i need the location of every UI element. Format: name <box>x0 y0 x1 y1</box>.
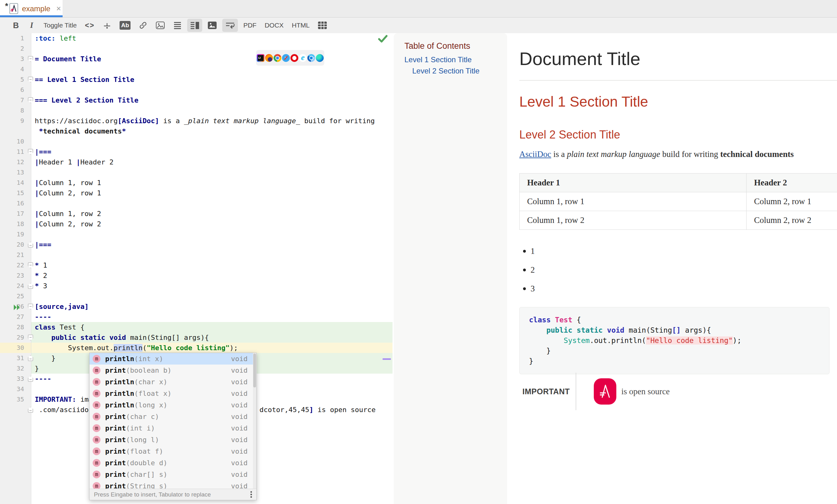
toc-link-level1[interactable]: Level 1 Section Title <box>405 55 507 64</box>
completion-return-type: void <box>231 424 248 432</box>
modified-indicator: * <box>5 1 8 11</box>
popup-scrollbar[interactable] <box>253 353 256 489</box>
editor-line[interactable]: 10 <box>0 136 393 147</box>
method-icon: m <box>93 367 101 374</box>
completion-return-type: void <box>231 378 248 386</box>
inspections-ok-icon[interactable] <box>377 34 388 44</box>
completion-item[interactable]: mprint(char c)void <box>90 411 256 423</box>
editor-line[interactable]: 28class Test { <box>0 322 393 332</box>
line-number: 4 <box>0 64 31 74</box>
editor-line[interactable]: 17|Column 1, row 2 <box>0 208 393 219</box>
completion-item[interactable]: mprintln(long x)void <box>90 399 256 411</box>
more-options-icon[interactable] <box>250 494 252 495</box>
method-icon: m <box>93 470 101 478</box>
completion-params: (long x) <box>134 401 167 409</box>
ide-window: * example × BIToggle Title<>AbPDFDOCXHTM… <box>0 0 837 504</box>
code-segment: dcotor,45,45 <box>260 406 309 414</box>
editor-line[interactable]: 4 <box>0 64 393 74</box>
toolbar-bold-button[interactable]: B <box>10 19 22 32</box>
line-number: 1 <box>0 33 31 43</box>
chrome-icon[interactable] <box>273 54 281 62</box>
opera-icon[interactable] <box>290 54 298 62</box>
editor-line[interactable]: 1:toc: left <box>0 33 393 43</box>
toolbar-italic-button[interactable]: I <box>25 19 38 32</box>
tab-example[interactable]: * example × <box>0 0 63 17</box>
editor-line[interactable]: *technical documents* <box>0 126 393 136</box>
firefox-icon[interactable] <box>265 54 273 62</box>
paragraph-text: is a <box>551 149 567 159</box>
code-segment: | <box>35 158 39 166</box>
toolbar-docx-button[interactable]: DOCX <box>262 19 286 32</box>
editor-line[interactable]: 29 public static void main(Sting[] args)… <box>0 332 393 343</box>
autocomplete-list: mprintln(int x)voidmprint(boolean b)void… <box>90 353 256 489</box>
editor-line[interactable]: 2 <box>0 43 393 54</box>
completion-item[interactable]: mprint(long l)void <box>90 434 256 446</box>
editor-line[interactable]: 11|=== <box>0 147 393 157</box>
toolbar-pdf-button[interactable]: PDF <box>241 19 259 32</box>
editor-line[interactable]: 20|=== <box>0 240 393 250</box>
completion-item[interactable]: mprintln(float x)void <box>90 388 256 399</box>
chromium-icon[interactable] <box>307 54 315 62</box>
asciidoc-link[interactable]: AsciiDoc <box>519 149 551 159</box>
toolbar-toggle-title-button[interactable]: Toggle Title <box>41 19 79 32</box>
toolbar-image-outline-button[interactable] <box>153 19 168 32</box>
editor-line[interactable]: 7=== Level 2 Section Title <box>0 95 393 105</box>
toolbar-table-grid-button[interactable] <box>315 19 330 32</box>
line-number: 31 <box>0 353 31 363</box>
toc-links: Level 1 Section TitleLevel 2 Section Tit… <box>405 55 507 75</box>
editor-line[interactable]: 9https://asciidoc.org[AsciiDoc] is a _pl… <box>0 116 393 126</box>
completion-item[interactable]: mprint(double d)void <box>90 457 256 469</box>
editor-line[interactable]: 6 <box>0 85 393 95</box>
completion-name: print <box>105 367 126 374</box>
editor-line[interactable]: 8 <box>0 105 393 116</box>
editor-line[interactable]: 14|Column 1, row 1 <box>0 178 393 188</box>
completion-item[interactable]: mprint(float f)void <box>90 446 256 457</box>
editor-line[interactable]: 27---- <box>0 312 393 322</box>
editor-line[interactable]: 23* 2 <box>0 270 393 281</box>
completion-item[interactable]: mprint(char[] s)void <box>90 469 256 480</box>
editor-line[interactable]: 5== Level 1 Section Title <box>0 74 393 85</box>
editor-line[interactable]: 18|Column 2, row 2 <box>0 219 393 229</box>
toolbar-image-filled-button[interactable] <box>205 19 220 32</box>
line-text <box>31 229 393 240</box>
internet-explorer-icon[interactable] <box>299 54 307 62</box>
editor-line[interactable]: 15|Column 2, row 1 <box>0 188 393 198</box>
line-text: [source,java] <box>31 301 393 312</box>
editor-line[interactable]: 19 <box>0 229 393 240</box>
safari-icon[interactable] <box>282 54 290 62</box>
line-text <box>31 64 393 74</box>
editor-line[interactable]: 24* 3 <box>0 281 393 291</box>
editor-line[interactable]: 13 <box>0 167 393 178</box>
completion-item[interactable]: mprint(String s)void <box>90 480 256 489</box>
editor-line[interactable]: 25 <box>0 291 393 301</box>
editor-line[interactable]: 12|Header 1 |Header 2 <box>0 157 393 167</box>
editor-line[interactable]: 26[source,java] <box>0 301 393 312</box>
toolbar-link-button[interactable] <box>136 19 150 32</box>
close-icon[interactable]: × <box>56 4 61 14</box>
popup-scrollbar-thumb[interactable] <box>253 354 256 387</box>
intellij-idea-icon[interactable] <box>257 54 265 62</box>
editor-line[interactable]: 21 <box>0 250 393 260</box>
edge-icon[interactable] <box>316 54 324 62</box>
toolbar-list-button[interactable] <box>170 19 185 32</box>
completion-params: (float x) <box>134 390 172 397</box>
toolbar-html-button[interactable]: HTML <box>289 19 313 32</box>
toc-link-level2[interactable]: Level 2 Section Title <box>412 67 507 75</box>
toolbar-two-column-view-button[interactable] <box>187 19 202 32</box>
editor-line[interactable]: 16 <box>0 198 393 208</box>
editor-line[interactable]: 22* 1 <box>0 260 393 270</box>
editor-line[interactable]: 30 System.out.println("Hello code listin… <box>0 343 393 353</box>
completion-item[interactable]: mprint(int i)void <box>90 423 256 434</box>
completion-item[interactable]: mprintln(int x)void <box>90 353 256 365</box>
toolbar-code-angle-button[interactable]: <> <box>82 19 97 32</box>
completion-item[interactable]: mprint(boolean b)void <box>90 365 256 376</box>
completion-item[interactable]: mprintln(char x)void <box>90 376 256 388</box>
toolbar-horizontal-rule-button[interactable] <box>100 19 114 32</box>
toolbar-attribute-button[interactable]: Ab <box>117 19 133 32</box>
toolbar-soft-wrap-button[interactable] <box>222 19 238 32</box>
code-segment: System <box>564 336 590 344</box>
editor-tab-bar: * example × <box>0 0 837 18</box>
table-cell: Column 1, row 2 <box>520 211 747 230</box>
editor-line[interactable]: 3= Document Title <box>0 54 393 64</box>
line-number <box>0 126 31 136</box>
